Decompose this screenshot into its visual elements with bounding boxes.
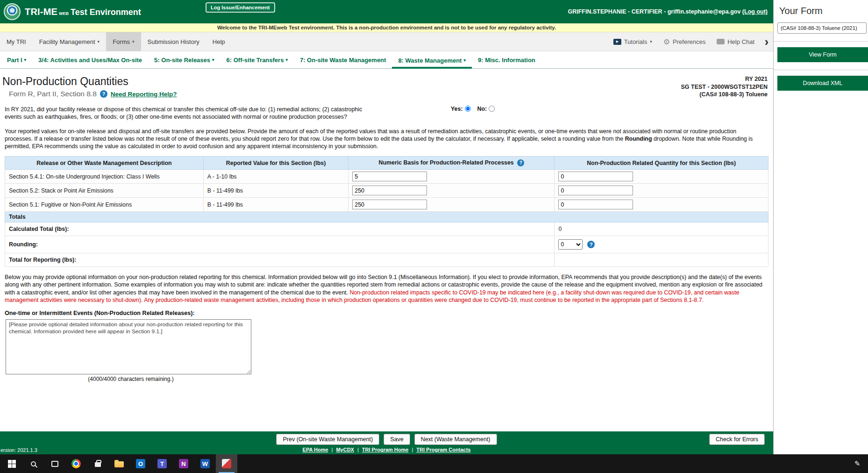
separator: | [332, 447, 333, 452]
footer-link-mycdx[interactable]: MyCDX [336, 447, 354, 452]
help-icon[interactable] [100, 90, 107, 98]
tab-offsite-transfers[interactable]: 6: Off-site Transfers ▾ [221, 57, 294, 68]
main-nav: My TRI Facility Management ▾ Forms ▾ Sub… [0, 32, 773, 51]
taskbar-active-app-button[interactable] [216, 454, 237, 473]
logout-link[interactable]: (Log out) [742, 8, 768, 15]
footer-link-tri-program-contacts[interactable]: TRI Program Contacts [416, 447, 470, 452]
nav-item-tutorials[interactable]: ▶ Tutorials ▾ [608, 32, 658, 51]
header-label: Numeric Basis for Production-Related Pro… [379, 159, 514, 166]
facility-id: SG TEST - 2000WSGTST12PEN [681, 83, 768, 91]
brand-web-label: WEB [59, 11, 69, 16]
taskbar-teams-button[interactable]: T [151, 454, 173, 473]
next-button[interactable]: Next (Waste Management) [414, 434, 497, 445]
taskbar-store-button[interactable] [87, 454, 108, 473]
tab-misc-information[interactable]: 9: Misc. Information [472, 57, 541, 68]
tab-onsite-waste-management[interactable]: 7: On-site Waste Management [294, 57, 392, 68]
prev-button[interactable]: Prev (On-site Waste Management) [276, 434, 379, 445]
no-radio[interactable] [489, 106, 495, 112]
word-icon: W [200, 459, 210, 468]
numeric-basis-input[interactable] [352, 200, 427, 209]
tab-label: 5: On-site Releases [154, 57, 210, 64]
chevron-down-icon: ▾ [98, 40, 100, 44]
nav-label: Tutorials [624, 38, 647, 45]
nav-item-preferences[interactable]: ⚙ Preferences [658, 32, 711, 51]
non-production-qty-cell [555, 184, 768, 198]
table-row: Section 5.4.1: On-site Underground Injec… [5, 170, 768, 184]
app-title: TRI-ME WEB Test Environment [25, 7, 141, 17]
nav-item-facility-management[interactable]: Facility Management ▾ [33, 32, 106, 51]
view-form-button[interactable]: View Form [777, 47, 868, 62]
check-for-errors-button[interactable]: Check for Errors [709, 434, 765, 445]
taskbar-chrome-button[interactable] [65, 454, 87, 473]
tab-activities-uses-max-onsite[interactable]: 3/4: Activities and Uses/Max On-site [32, 57, 148, 68]
description-cell: Section 5.2: Stack or Point Air Emission… [5, 184, 204, 198]
video-tutorials-icon: ▶ [613, 39, 621, 45]
events-textarea[interactable] [6, 319, 251, 374]
divider [774, 41, 868, 42]
taskbar-search-button[interactable] [22, 454, 44, 473]
non-production-qty-cell [555, 198, 768, 212]
windows-ink-button[interactable]: ✎ [849, 454, 865, 473]
pen-icon: ✎ [854, 459, 861, 468]
search-icon [31, 461, 36, 466]
taskbar-outlook-button[interactable]: O [130, 454, 151, 473]
description-cell: Section 5.1: Fugitive or Non-Point Air E… [5, 198, 204, 212]
taskbar-onenote-button[interactable]: N [173, 454, 194, 473]
non-production-qty-input[interactable] [558, 172, 633, 181]
non-production-qty-input[interactable] [558, 200, 633, 209]
nav-item-help[interactable]: Help [206, 32, 232, 51]
footer-link-epa-home[interactable]: EPA Home [303, 447, 328, 452]
numeric-basis-input[interactable] [352, 172, 427, 181]
header-numeric-basis: Numeric Basis for Production-Related Pro… [349, 157, 555, 170]
calculated-total-label: Calculated Total (lbs): [5, 222, 555, 236]
form-meta: RY 2021 SG TEST - 2000WSGTST12PEN (CAS# … [681, 75, 769, 99]
taskbar-file-explorer-button[interactable] [108, 454, 130, 473]
rounding-help-icon[interactable] [587, 241, 595, 248]
save-button[interactable]: Save [384, 434, 410, 445]
non-production-qty-input[interactable] [558, 186, 633, 195]
chevron-down-icon: ▾ [132, 40, 135, 44]
nav-item-forms[interactable]: Forms ▾ [106, 32, 141, 51]
form-section-tabs: Part I ▾ 3/4: Activities and Uses/Max On… [0, 51, 773, 69]
tab-part-1[interactable]: Part I ▾ [1, 57, 32, 68]
app-header: TRI-ME WEB Test Environment Log Issue/En… [0, 0, 773, 23]
numeric-basis-cell [349, 198, 555, 212]
total-for-reporting-label: Total for Reporting (lbs): [5, 253, 555, 267]
tab-waste-management[interactable]: 8: Waste Management ▾ [392, 57, 472, 69]
environment-label: Test Environment [71, 7, 141, 17]
chevron-down-icon: ▾ [212, 58, 214, 62]
totals-row: Totals [5, 212, 768, 222]
windows-taskbar: O T N W ✎ [0, 454, 868, 473]
totals-label: Totals [5, 212, 768, 222]
form-selector[interactable]: (CAS# 108-88-3) Toluene (2021) [777, 22, 867, 34]
nav-label: My TRI [7, 38, 26, 45]
nav-item-help-chat[interactable]: Help Chat [711, 32, 760, 51]
footer-link-tri-program-home[interactable]: TRI Program Home [362, 447, 409, 452]
tab-onsite-releases[interactable]: 5: On-site Releases ▾ [148, 57, 220, 68]
reported-value-cell: B - 11-499 lbs [203, 198, 348, 212]
download-xml-button[interactable]: Download XML [777, 76, 868, 91]
brand-name: TRI-ME [25, 7, 57, 17]
table-row: Section 5.2: Stack or Point Air Emission… [5, 184, 768, 198]
rounding-select[interactable]: 0 [558, 239, 583, 250]
nav-item-submission-history[interactable]: Submission History [141, 32, 206, 51]
reported-value-cell: B - 11-499 lbs [203, 184, 348, 198]
need-reporting-help-link[interactable]: Need Reporting Help? [111, 91, 177, 98]
yes-radio[interactable] [465, 106, 471, 112]
reporting-year: RY 2021 [681, 75, 768, 83]
start-button[interactable] [1, 454, 22, 473]
numeric-basis-input[interactable] [352, 186, 427, 195]
page-title: Non-Production Quantities [2, 75, 177, 88]
tab-label: Part I [7, 57, 22, 64]
page-subtitle-row: Form R, Part II, Section 8.8 Need Report… [9, 90, 177, 98]
nav-utilities: ▶ Tutorials ▾ ⚙ Preferences Help Chat › [608, 32, 773, 51]
chemical-name: (CAS# 108-88-3) Toluene [681, 91, 768, 99]
log-issue-button[interactable]: Log Issue/Enhancement [206, 2, 275, 13]
numeric-basis-help-icon[interactable] [517, 159, 524, 166]
task-view-button[interactable] [44, 454, 65, 473]
nav-item-my-tri[interactable]: My TRI [0, 32, 33, 51]
taskbar-word-button[interactable]: W [194, 454, 216, 473]
non-production-table: Release or Other Waste Management Descri… [5, 156, 768, 267]
expand-chevron-icon[interactable]: › [760, 35, 773, 49]
non-production-qty-cell [555, 170, 768, 184]
